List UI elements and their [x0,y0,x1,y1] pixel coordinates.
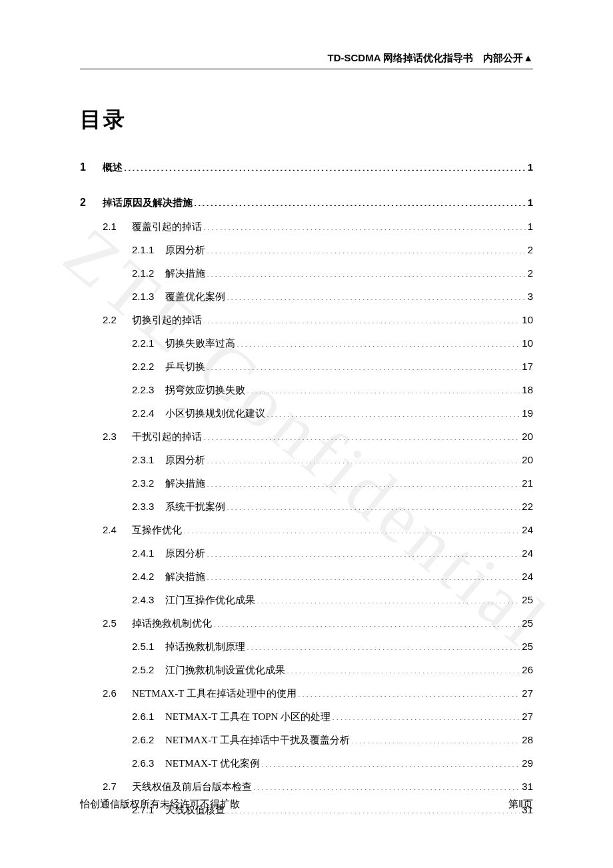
toc-entry-page: 19 [522,406,533,420]
toc-leader-dots [267,407,520,417]
toc-entry[interactable]: 2.5.1掉话挽救机制原理25 [80,639,533,654]
toc-leader-dots [227,290,526,300]
toc-entry-page: 2 [528,266,533,280]
toc-leader-dots [213,617,520,627]
toc-entry-number: 2.1 [103,219,132,233]
toc-entry-number: 2.6.3 [132,756,165,770]
toc-entry-number: 2.5.2 [132,663,165,677]
table-of-contents: 1概述12掉话原因及解决措施12.1覆盖引起的掉话12.1.1原因分析22.1.… [80,160,533,817]
toc-entry-number: 2.6 [103,686,132,700]
toc-entry[interactable]: 2.4.2解决措施24 [80,569,533,584]
toc-entry-label: 系统干扰案例 [165,500,225,514]
toc-entry-label: 乒乓切换 [165,360,205,374]
toc-entry[interactable]: 2.3.2解决措施21 [80,476,533,491]
toc-entry-label: NETMAX-T 工具在掉话中干扰及覆盖分析 [165,733,350,747]
toc-entry-page: 26 [522,663,533,677]
toc-entry-label: 江门互操作优化成果 [165,593,255,607]
toc-entry-page: 28 [522,733,533,747]
toc-leader-dots [207,477,520,487]
toc-entry[interactable]: 2.5掉话挽救机制优化25 [80,616,533,631]
toc-entry-page: 20 [522,429,533,443]
toc-entry-label: NETMAX-T 工具在掉话处理中的使用 [132,687,297,701]
toc-entry[interactable]: 2.1.1原因分析2 [80,243,533,257]
toc-leader-dots [247,383,520,393]
toc-entry[interactable]: 2.2切换引起的掉话10 [80,313,533,327]
toc-entry[interactable]: 2.5.2江门挽救机制设置优化成果26 [80,663,533,677]
toc-entry-number: 2.2 [103,313,132,327]
toc-entry[interactable]: 2掉话原因及解决措施1 [80,195,533,210]
toc-entry[interactable]: 2.1.3覆盖优化案例3 [80,289,533,304]
toc-leader-dots [207,243,526,253]
toc-entry[interactable]: 2.6.1NETMAX-T 工具在 TOPN 小区的处理27 [80,709,533,724]
toc-title: 目录 [80,105,533,135]
toc-entry[interactable]: 1概述1 [80,160,533,175]
toc-entry-label: 覆盖优化案例 [165,290,225,304]
toc-entry-label: 江门挽救机制设置优化成果 [165,663,285,677]
toc-entry-label: 干扰引起的掉话 [132,430,202,444]
toc-entry[interactable]: 2.2.2乒乓切换17 [80,359,533,374]
toc-entry-label: 掉话挽救机制优化 [132,617,212,631]
toc-entry-label: 掉话原因及解决措施 [103,195,193,209]
toc-entry-page: 27 [522,686,533,700]
toc-leader-dots [351,733,521,743]
toc-entry-number: 2.7 [103,779,132,793]
toc-entry[interactable]: 2.6.2NETMAX-T 工具在掉话中干扰及覆盖分析28 [80,733,533,747]
toc-entry[interactable]: 2.4.3江门互操作优化成果25 [80,593,533,607]
toc-leader-dots [298,687,521,697]
toc-entry-page: 10 [522,313,533,327]
toc-leader-dots [227,500,520,510]
toc-entry[interactable]: 2.6.3NETMAX-T 优化案例29 [80,756,533,771]
toc-entry-page: 24 [522,523,533,537]
toc-entry-label: NETMAX-T 工具在 TOPN 小区的处理 [165,710,330,724]
toc-entry[interactable]: 2.3.3系统干扰案例22 [80,499,533,514]
toc-entry-page: 1 [528,195,533,209]
toc-entry-number: 2.3 [103,429,132,443]
toc-entry[interactable]: 2.2.3拐弯效应切换失败18 [80,383,533,397]
toc-entry-label: 解决措施 [165,477,205,491]
toc-leader-dots [207,547,520,557]
toc-entry-page: 29 [522,756,533,770]
toc-leader-dots [253,780,520,790]
toc-entry-number: 2.5.1 [132,639,165,653]
toc-entry[interactable]: 2.1覆盖引起的掉话1 [80,219,533,234]
toc-entry[interactable]: 2.6NETMAX-T 工具在掉话处理中的使用27 [80,686,533,701]
toc-leader-dots [287,663,520,673]
toc-entry[interactable]: 2.4.1原因分析24 [80,546,533,561]
toc-entry[interactable]: 2.1.2解决措施2 [80,266,533,281]
toc-entry-page: 25 [522,616,533,630]
toc-entry-label: 切换失败率过高 [165,337,235,351]
page-header: TD-SCDMA 网络掉话优化指导书 内部公开▲ [80,52,533,69]
toc-entry-page: 2 [528,243,533,257]
toc-entry[interactable]: 2.7天线权值及前后台版本检查31 [80,779,533,794]
toc-leader-dots [257,593,520,603]
toc-entry-number: 2 [80,195,103,210]
toc-entry-number: 2.3.3 [132,499,165,513]
toc-entry[interactable]: 2.3干扰引起的掉话20 [80,429,533,444]
toc-entry-label: 掉话挽救机制原理 [165,640,245,654]
toc-entry-number: 2.2.1 [132,336,165,350]
toc-entry-page: 25 [522,593,533,607]
footer-right: 第Ⅱ页 [508,798,533,811]
toc-leader-dots [124,161,526,171]
toc-leader-dots [183,523,520,533]
toc-entry-page: 18 [522,383,533,397]
toc-entry-label: NETMAX-T 优化案例 [165,757,260,771]
toc-leader-dots [261,757,521,767]
toc-entry-label: 覆盖引起的掉话 [132,220,202,234]
toc-entry-page: 31 [522,779,533,793]
toc-entry[interactable]: 2.2.4小区切换规划优化建议19 [80,406,533,421]
toc-leader-dots [207,453,520,463]
toc-entry[interactable]: 2.3.1原因分析20 [80,453,533,467]
toc-entry-number: 2.2.3 [132,383,165,397]
toc-entry-page: 3 [528,289,533,303]
toc-leader-dots [237,337,520,347]
toc-entry-page: 20 [522,453,533,467]
toc-entry[interactable]: 2.4互操作优化24 [80,523,533,537]
toc-entry-number: 2.5 [103,616,132,630]
toc-entry-number: 2.3.2 [132,476,165,490]
toc-entry-page: 21 [522,476,533,490]
toc-leader-dots [207,570,520,580]
toc-leader-dots [332,710,520,720]
toc-leader-dots [194,196,526,206]
toc-entry[interactable]: 2.2.1切换失败率过高10 [80,336,533,351]
